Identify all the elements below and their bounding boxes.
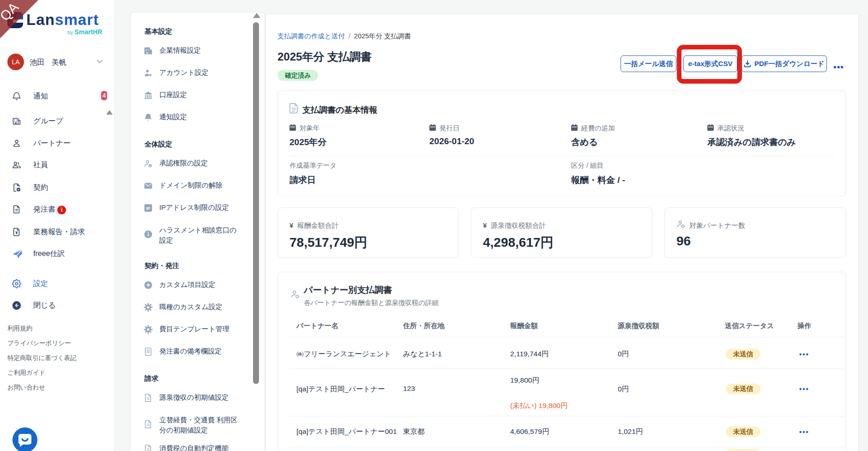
svg-text:IP: IP [146,206,151,211]
